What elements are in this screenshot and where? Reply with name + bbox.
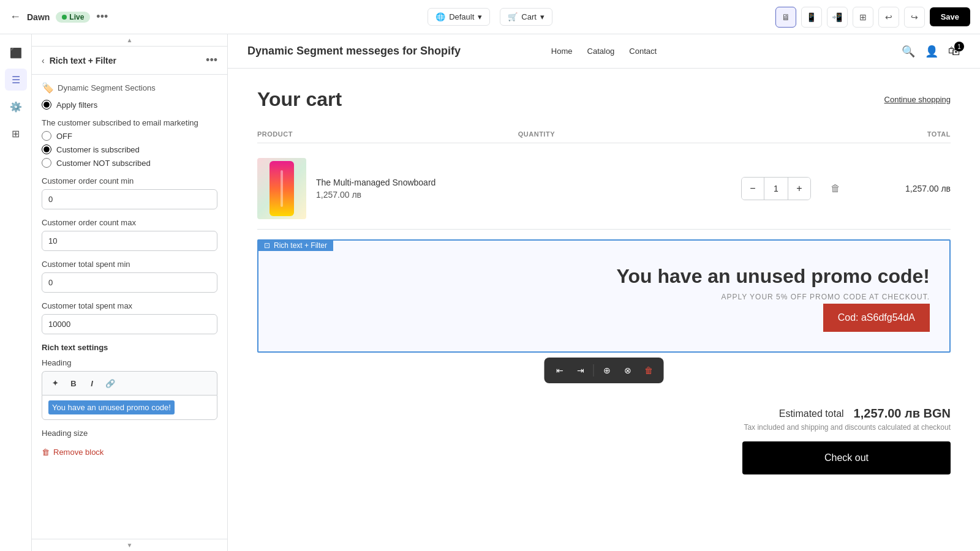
radio-off-item[interactable]: OFF xyxy=(42,131,217,141)
nav-home[interactable]: Home xyxy=(551,47,573,56)
heading-selected-text: You have an unused promo code! xyxy=(48,400,175,414)
link-button[interactable]: 🔗 xyxy=(102,375,118,391)
duplicate-button[interactable]: ⊗ xyxy=(619,361,637,380)
align-right-button[interactable]: ⇥ xyxy=(571,361,590,380)
order-count-max-label: Customer order count max xyxy=(42,218,217,227)
cart-button[interactable]: 🛒 Cart ▾ xyxy=(500,8,552,26)
save-button[interactable]: Save xyxy=(930,7,970,26)
format-icon-button[interactable]: ✦ xyxy=(47,375,63,391)
decrease-qty-button[interactable]: − xyxy=(742,178,764,200)
rich-text-title: Rich text settings xyxy=(42,343,217,352)
shop-header: Dynamic Segment messeges for Shopify Hom… xyxy=(228,34,980,69)
scroll-down-icon[interactable]: ▼ xyxy=(127,542,133,549)
subscription-section: The customer subscribed to email marketi… xyxy=(42,118,217,168)
total-spent-max-group: Customer total spent max xyxy=(42,301,217,334)
dashboard-icon[interactable]: ⬛ xyxy=(5,42,27,64)
preview-area: Dynamic Segment messeges for Shopify Hom… xyxy=(228,34,980,551)
back-icon[interactable]: ← xyxy=(10,10,21,23)
rich-text-section: Rich text settings Heading ✦ B I 🔗 You h… xyxy=(42,343,217,438)
nav-contact[interactable]: Contact xyxy=(629,47,657,56)
apps-icon-button[interactable]: ⊞ xyxy=(853,7,873,28)
promo-code-button[interactable]: Cod: aS6dfg54dA xyxy=(823,304,930,332)
order-count-min-group: Customer order count min xyxy=(42,176,217,209)
promo-banner-tag: Rich text + Filter xyxy=(274,241,327,250)
remove-block-button[interactable]: 🗑 Remove block xyxy=(42,443,217,462)
order-count-min-input[interactable] xyxy=(42,189,217,209)
italic-button[interactable]: I xyxy=(84,375,100,391)
estimated-value: 1,257.00 лв BGN xyxy=(854,407,951,421)
apply-filters-radio[interactable] xyxy=(42,100,51,110)
cart-item: The Multi-managed Snowboard 1,257.00 лв … xyxy=(257,148,951,230)
radio-off[interactable] xyxy=(42,131,51,141)
order-count-max-group: Customer order count max xyxy=(42,218,217,251)
top-bar-right: 🖥 📱 📲 ⊞ ↩ ↪ Save xyxy=(560,7,970,28)
account-icon[interactable]: 👤 xyxy=(925,45,938,58)
radio-off-label: OFF xyxy=(56,132,72,141)
radio-not-subscribed-label: Customer NOT subscribed xyxy=(56,159,151,168)
qty-value: 1 xyxy=(764,178,788,200)
delete-section-button[interactable]: 🗑 xyxy=(639,361,658,380)
section-title-row: 🏷️ Dynamic Segment Sections xyxy=(42,82,217,94)
add-section-button[interactable]: ⊕ xyxy=(598,361,616,380)
tax-note: Tax included and shipping and discounts … xyxy=(744,423,951,432)
apply-filters-section: Apply filters xyxy=(42,100,217,110)
sidebar-header-left: ‹ Rich text + Filter xyxy=(42,56,116,66)
cart-summary: Estimated total 1,257.00 лв BGN Tax incl… xyxy=(257,397,951,484)
floating-toolbar: ⇤ ⇥ ⊕ ⊗ 🗑 xyxy=(545,358,664,383)
mobile-view-button[interactable]: 📲 xyxy=(827,7,848,28)
more-button[interactable]: ••• xyxy=(96,10,108,23)
apply-filters-radio-item[interactable]: Apply filters xyxy=(42,100,217,110)
total-spent-max-input[interactable] xyxy=(42,314,217,334)
trash-icon: 🗑 xyxy=(42,448,50,457)
back-icon-sidebar[interactable]: ‹ xyxy=(42,56,45,66)
radio-not-subscribed-item[interactable]: Customer NOT subscribed xyxy=(42,158,217,168)
radio-subscribed-item[interactable]: Customer is subscribed xyxy=(42,144,217,154)
total-spent-min-label: Customer total spent min xyxy=(42,260,217,269)
snowboard-image xyxy=(270,161,294,216)
align-left-button[interactable]: ⇤ xyxy=(551,361,569,380)
increase-qty-button[interactable]: + xyxy=(788,178,810,200)
search-icon[interactable]: 🔍 xyxy=(902,45,915,58)
checkout-button[interactable]: Check out xyxy=(742,441,951,474)
sidebar-content: 🏷️ Dynamic Segment Sections Apply filter… xyxy=(32,75,227,539)
subscription-radio-group: OFF Customer is subscribed Customer NOT … xyxy=(42,131,217,168)
radio-subscribed[interactable] xyxy=(42,144,51,154)
scroll-up-area: ▲ xyxy=(32,34,227,47)
promo-banner-container: ⊡ Rich text + Filter You have an unused … xyxy=(257,239,951,353)
delete-item-button[interactable]: 🗑 xyxy=(831,183,840,194)
toolbar-divider-1 xyxy=(594,364,594,377)
top-bar: ← Dawn Live ••• 🌐 Default ▾ 🛒 Cart ▾ 🖥 📱… xyxy=(0,0,980,34)
label-icon: 🏷️ xyxy=(42,82,54,94)
rich-text-toolbar: ✦ B I 🔗 xyxy=(42,371,217,395)
sidebar: ▲ ‹ Rich text + Filter ••• 🏷️ Dynamic Se… xyxy=(32,34,228,551)
settings-icon[interactable]: ⚙️ xyxy=(5,96,27,118)
total-column-label: TOTAL xyxy=(927,130,951,138)
desktop-view-button[interactable]: 🖥 xyxy=(775,7,796,28)
sidebar-more-button[interactable]: ••• xyxy=(206,54,217,67)
sections-icon[interactable]: ☰ xyxy=(5,69,27,91)
redo-button[interactable]: ↪ xyxy=(904,7,925,28)
preview-inner: Dynamic Segment messeges for Shopify Hom… xyxy=(228,34,980,551)
default-button[interactable]: 🌐 Default ▾ xyxy=(428,8,490,26)
radio-not-subscribed[interactable] xyxy=(42,158,51,168)
top-bar-left: ← Dawn Live ••• xyxy=(10,10,420,23)
nav-catalog[interactable]: Catalog xyxy=(587,47,615,56)
undo-button[interactable]: ↩ xyxy=(878,7,899,28)
bold-button[interactable]: B xyxy=(66,375,81,391)
filter-icon: ⊡ xyxy=(264,241,270,250)
product-image xyxy=(257,158,306,219)
heading-input-area[interactable]: You have an unused promo code! xyxy=(42,395,217,420)
continue-shopping-link[interactable]: Continue shopping xyxy=(884,95,951,104)
order-count-max-input[interactable] xyxy=(42,231,217,251)
cart-icon-wrapper[interactable]: 🛍 1 xyxy=(948,44,960,58)
tablet-view-button[interactable]: 📱 xyxy=(801,7,822,28)
promo-banner: You have an unused promo code! APPLY YOU… xyxy=(258,241,949,351)
total-spent-min-group: Customer total spent min xyxy=(42,260,217,293)
cart-page: Your cart Continue shopping PRODUCT QUAN… xyxy=(228,69,980,504)
scroll-up-icon[interactable]: ▲ xyxy=(127,37,133,43)
total-spent-min-input[interactable] xyxy=(42,272,217,293)
sidebar-panel-title: Rich text + Filter xyxy=(50,56,116,66)
chevron-down-icon: ▾ xyxy=(478,12,482,21)
main-layout: ⬛ ☰ ⚙️ ⊞ ▲ ‹ Rich text + Filter ••• 🏷️ D… xyxy=(0,34,980,551)
apps-icon[interactable]: ⊞ xyxy=(5,122,27,144)
